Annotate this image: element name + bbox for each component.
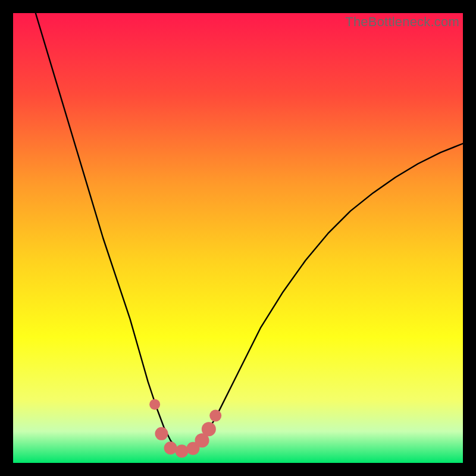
marker-point [209, 410, 221, 422]
marker-point [155, 427, 168, 440]
gradient-background [13, 13, 463, 463]
marker-point [164, 441, 177, 455]
marker-point [149, 399, 160, 410]
bottleneck-chart [13, 13, 463, 463]
marker-point [176, 444, 189, 458]
watermark-text: TheBottleneck.com [345, 14, 459, 30]
chart-frame: TheBottleneck.com [13, 13, 463, 463]
marker-point [202, 422, 216, 436]
